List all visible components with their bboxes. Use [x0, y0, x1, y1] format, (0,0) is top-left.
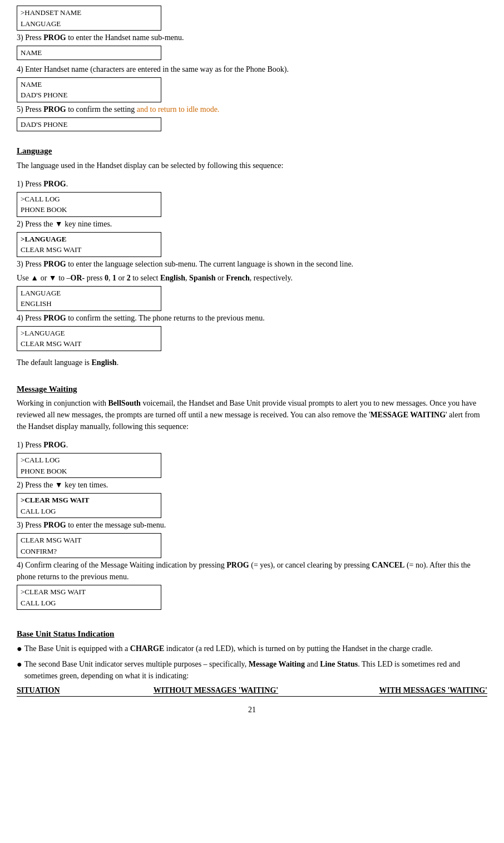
lcd-box-lang-4: >LANGUAGE CLEAR MSG WAIT — [17, 326, 161, 351]
situation-label: SITUATION — [17, 686, 125, 696]
mw-step1: 1) Press PROG. — [17, 439, 487, 451]
handset-name-section: >HANDSET NAME LANGUAGE 3) Press PROG to … — [17, 6, 487, 131]
base-unit-title: Base Unit Status Indication — [17, 628, 487, 640]
bullet-1: ● The Base Unit is equipped with a CHARG… — [17, 643, 487, 655]
lcd-box-mw-2: >CLEAR MSG WAIT CALL LOG — [17, 493, 161, 518]
message-waiting-intro: Working in conjunction with BellSouth vo… — [17, 397, 487, 432]
step3-text: 3) Press PROG to enter the Handset name … — [17, 32, 487, 43]
bullet-dot-2: ● — [17, 658, 22, 682]
lcd-line1: NAME — [21, 48, 42, 57]
language-step1: 1) Press PROG. — [17, 178, 487, 190]
mw-step4: 4) Confirm clearing of the Message Waiti… — [17, 559, 487, 583]
mw-step2: 2) Press the ▼ key ten times. — [17, 479, 487, 491]
lcd-box-mw-4: >CLEAR MSG WAIT CALL LOG — [17, 585, 161, 610]
without-messages-label: WITHOUT MESSAGES 'WAITING' — [125, 686, 306, 696]
base-unit-section: Base Unit Status Indication ● The Base U… — [17, 628, 487, 697]
step5-text: 5) Press PROG to confirm the setting and… — [17, 103, 487, 115]
lcd-box-lang-3: LANGUAGE ENGLISH — [17, 286, 161, 311]
lcd-box-lang-1: >CALL LOG PHONE BOOK — [17, 192, 161, 217]
lcd-box-handset-3: NAME DAD'S PHONE — [17, 77, 161, 102]
lcd-box-mw-1: >CALL LOG PHONE BOOK — [17, 453, 161, 478]
lcd-line1: >HANDSET NAME — [21, 8, 81, 17]
language-step3-line2: Use ▲ or ▼ to –OR- press 0, 1 or 2 to se… — [17, 272, 487, 284]
lcd-line2: LANGUAGE — [21, 19, 61, 28]
lcd-line1: DAD'S PHONE — [21, 120, 67, 129]
language-intro: The language used in the Handset display… — [17, 160, 487, 171]
language-default: The default language is English. — [17, 357, 487, 368]
mw-step3: 3) Press PROG to enter the message sub-m… — [17, 519, 487, 531]
message-waiting-title: Message Waiting — [17, 383, 487, 396]
lcd-line1: NAME — [21, 80, 42, 88]
step4-text: 4) Enter Handset name (characters are en… — [17, 63, 487, 75]
message-waiting-section: Message Waiting Working in conjunction w… — [17, 383, 487, 610]
language-title: Language — [17, 145, 487, 157]
lcd-box-mw-3: CLEAR MSG WAIT CONFIRM? — [17, 533, 161, 558]
bullet-text-2: The second Base Unit indicator serves mu… — [24, 658, 487, 682]
lcd-line2: DAD'S PHONE — [21, 91, 67, 99]
bullet-2: ● The second Base Unit indicator serves … — [17, 658, 487, 682]
bullet-text-1: The Base Unit is equipped with a CHARGE … — [24, 643, 487, 655]
language-step4: 4) Press PROG to confirm the setting. Th… — [17, 312, 487, 324]
bullet-dot-1: ● — [17, 643, 22, 655]
language-step2: 2) Press the ▼ key nine times. — [17, 218, 487, 230]
with-messages-label: WITH MESSAGES 'WAITING' — [307, 686, 487, 696]
lcd-box-handset-4: DAD'S PHONE — [17, 117, 161, 132]
page-number: 21 — [17, 706, 487, 714]
language-section: Language The language used in the Handse… — [17, 145, 487, 368]
language-step3-line1: 3) Press PROG to enter the language sele… — [17, 258, 487, 270]
lcd-box-handset-2: NAME — [17, 46, 161, 60]
situation-header: SITUATION WITHOUT MESSAGES 'WAITING' WIT… — [17, 686, 487, 697]
lcd-box-handset-1: >HANDSET NAME LANGUAGE — [17, 6, 161, 31]
lcd-box-lang-2: >LANGUAGE CLEAR MSG WAIT — [17, 232, 161, 257]
